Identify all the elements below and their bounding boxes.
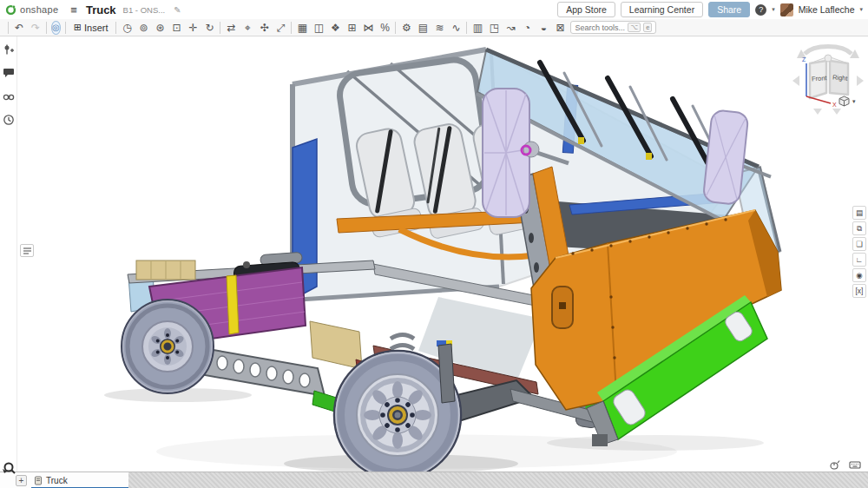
toolbar-separator (220, 22, 220, 34)
right-face-label: Right (832, 74, 849, 82)
clearance-icon[interactable]: % (378, 21, 391, 35)
bottom-right-icons (829, 460, 861, 470)
edit-document-icon[interactable]: ✎ (174, 5, 181, 15)
material-panel-icon[interactable]: ◉ (852, 268, 866, 282)
insert-button[interactable]: ⊞ Insert (70, 21, 112, 34)
appearance-panel-icon[interactable]: ⧉ (852, 221, 866, 235)
tan-panel[interactable] (310, 321, 362, 369)
toolbar-separator (115, 22, 116, 34)
door-latch[interactable] (552, 287, 573, 328)
assembly-tab-icon (34, 476, 43, 485)
toolbar-tools: ◷⊚⊛⊡✛↻⇄⌖✣⤢▦◫❖⊞⋈%⚙▤≋∿▥◳↝◔◒⊠ (121, 21, 566, 35)
copy-icon[interactable]: ◳ (488, 21, 500, 35)
x-axis-label: X (832, 102, 837, 108)
revolute-mate-icon[interactable]: ⊛ (154, 21, 166, 35)
help-icon[interactable]: ? (755, 4, 766, 16)
user-menu-caret-icon[interactable]: ▾ (859, 6, 863, 13)
bom-table-icon[interactable]: ▤ (417, 21, 429, 35)
keyboard-shortcuts-icon[interactable] (849, 460, 861, 470)
mate-icon[interactable]: ⊚ (137, 21, 149, 35)
spline-icon[interactable]: ∿ (450, 21, 462, 35)
view-cube-corner[interactable] (825, 55, 832, 62)
front-face-label: Front (812, 74, 828, 82)
rotate-icon[interactable]: ↻ (203, 21, 215, 35)
mouse-settings-icon[interactable] (829, 460, 840, 470)
move-icon[interactable]: ✛ (187, 21, 199, 35)
cut-list-icon[interactable]: ▥ (471, 21, 483, 35)
measure-panel-icon[interactable]: ∟ (852, 253, 866, 267)
search-tools-input[interactable] (575, 23, 625, 32)
3d-viewport[interactable] (0, 36, 868, 472)
rotate-down-arrow-2[interactable] (832, 109, 841, 115)
follow-mode-icon[interactable] (3, 90, 15, 102)
replicate-icon[interactable]: ❖ (329, 21, 341, 35)
pattern-icon[interactable]: ▦ (296, 21, 308, 35)
interference-icon[interactable]: ⋈ (362, 21, 374, 35)
learning-center-button[interactable]: Learning Center (621, 2, 703, 17)
slider-mate-icon[interactable]: ⇄ (225, 21, 237, 35)
main-menu-icon[interactable]: ≡ (70, 3, 77, 16)
insert-label: Insert (84, 23, 108, 33)
graphics-search-icon[interactable] (2, 461, 18, 479)
left-sidebar (0, 36, 17, 472)
comments-icon[interactable] (3, 67, 15, 79)
variables-panel-icon[interactable]: [x] (852, 284, 866, 298)
shortcut-key-alt: ⌥ (628, 23, 641, 32)
simulation-icon[interactable]: ⚙ (400, 21, 412, 35)
configurations-icon[interactable] (3, 43, 15, 56)
toolbar-separator (395, 22, 396, 34)
onshape-logo[interactable]: onshape (5, 4, 58, 16)
toolbar-separator (291, 22, 292, 34)
tab-zone: + Truck (0, 472, 128, 488)
onshape-logo-text: onshape (20, 4, 58, 15)
undo-icon[interactable]: ↶ (13, 21, 25, 35)
animate-icon[interactable]: ↝ (504, 21, 516, 35)
bom-panel-icon[interactable]: ▤ (852, 206, 866, 220)
frame-icon[interactable]: ≋ (433, 21, 445, 35)
hide-icon[interactable]: ⊠ (554, 21, 566, 35)
drag-icon[interactable]: ⤢ (274, 21, 286, 35)
configurations-panel-icon[interactable]: ❏ (852, 237, 866, 251)
active-tool-indicator-icon[interactable]: ◎ (51, 21, 61, 35)
display-state-icon[interactable]: ◔ (521, 21, 533, 35)
group-icon[interactable]: ⊞ (345, 21, 358, 35)
snap-mode-icon[interactable]: ⌖ (241, 21, 253, 35)
search-tools-box[interactable]: ⌥ e (570, 21, 656, 34)
share-button[interactable]: Share (708, 2, 750, 17)
insert-icon: ⊞ (74, 22, 82, 33)
help-caret-icon[interactable]: ▾ (772, 6, 775, 13)
tab-truck-label: Truck (46, 476, 68, 485)
z-axis-label: Z (802, 56, 806, 63)
document-tab-bar: + Truck (0, 472, 868, 488)
view-cube[interactable]: Front Right Z X (786, 39, 868, 117)
right-panel: ▤⧉❏∟◉[x] (852, 206, 866, 298)
history-icon[interactable] (3, 114, 15, 126)
app-store-button[interactable]: App Store (557, 2, 615, 17)
toolbar-separator (65, 22, 66, 34)
document-title: Truck (86, 3, 116, 16)
section-view-icon[interactable]: ◒ (537, 21, 549, 35)
fastened-mate-icon[interactable]: ⊡ (170, 21, 182, 35)
mirror-icon[interactable]: ◫ (312, 21, 325, 35)
mate-connector-icon[interactable]: ◷ (121, 21, 133, 35)
rotate-left-arrow[interactable] (792, 76, 799, 86)
toolbar-separator (46, 22, 47, 34)
shortcut-key-e: e (643, 23, 652, 32)
user-avatar[interactable] (780, 3, 793, 16)
redo-icon[interactable]: ↷ (30, 21, 42, 35)
view-display-menu[interactable]: ▾ (838, 96, 856, 107)
rear-wheel[interactable] (122, 300, 214, 393)
instance-list-icon[interactable] (20, 244, 34, 257)
tab-truck[interactable]: Truck (34, 476, 68, 485)
explode-icon[interactable]: ✣ (258, 21, 270, 35)
user-name[interactable]: Mike Lafleche (799, 4, 855, 15)
view-display-caret-icon: ▾ (852, 98, 856, 105)
tool-box[interactable] (136, 260, 195, 280)
rotate-down-arrow[interactable] (813, 109, 822, 115)
rotate-arc-arrow[interactable] (805, 47, 852, 54)
truck-model[interactable] (104, 49, 781, 472)
toolbar-separator (466, 22, 467, 34)
view-display-cube-icon (838, 96, 850, 107)
rotate-right-arrow[interactable] (857, 76, 864, 86)
document-version[interactable]: B1 - ONS... (123, 5, 166, 15)
